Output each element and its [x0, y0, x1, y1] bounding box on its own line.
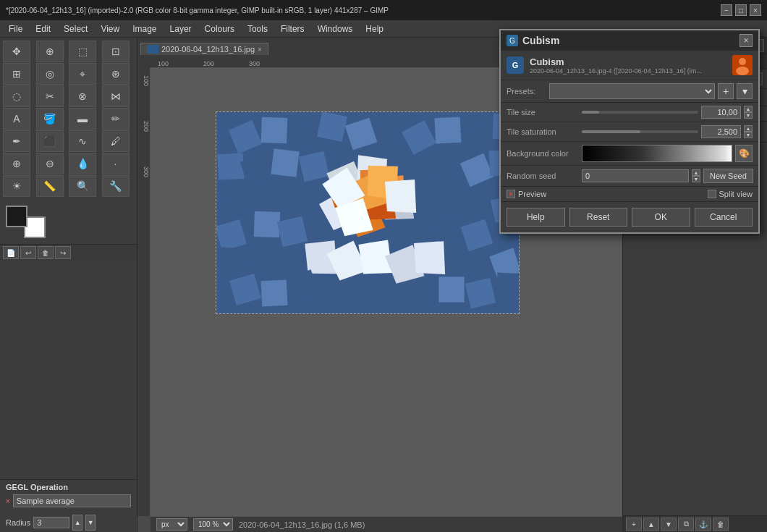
delete-layer-btn[interactable]: 🗑 [713, 518, 729, 531]
tile-sat-down-btn[interactable]: ▼ [744, 132, 753, 138]
new-seed-button[interactable]: New Seed [703, 169, 753, 183]
menu-tools[interactable]: Tools [242, 22, 274, 35]
tool-measure[interactable]: 📏 [36, 175, 64, 197]
zoom-select[interactable]: 100 % 50 % 200 % [193, 518, 233, 531]
radius-up-btn[interactable]: ▲ [72, 515, 82, 531]
tile-sat-slider-track[interactable] [582, 130, 698, 133]
menu-colours[interactable]: Colours [199, 22, 240, 35]
maximize-btn[interactable]: □ [735, 4, 747, 16]
close-btn[interactable]: × [750, 4, 761, 16]
split-view-checkbox[interactable] [708, 190, 716, 198]
preview-checkbox[interactable]: × [507, 190, 515, 198]
tile-sat-spin: ▲ ▼ [744, 125, 753, 138]
vertical-ruler: 100 200 300 [137, 68, 151, 516]
fg-color-box[interactable] [6, 206, 27, 227]
tab-image-preview [147, 45, 158, 54]
dialog-close-btn[interactable]: × [740, 34, 753, 47]
anchor-layer-btn[interactable]: ⚓ [695, 518, 711, 531]
menu-select[interactable]: Select [58, 22, 93, 35]
preview-checkbox-row[interactable]: × Preview [507, 190, 546, 198]
tool-ink[interactable]: 🖊 [102, 130, 130, 152]
menu-filters[interactable]: Filters [275, 22, 310, 35]
radius-label: Radius [6, 518, 30, 527]
tile-size-row: Tile size ▲ ▼ [501, 103, 758, 122]
tool-paintbrush[interactable]: ✒ [3, 130, 30, 152]
tool-scissors[interactable]: ✂ [36, 85, 64, 107]
menu-view[interactable]: View [95, 22, 125, 35]
canvas-tab-main[interactable]: 2020-06-04_12h13_16.jpg × [140, 43, 268, 55]
reset-button[interactable]: Reset [569, 208, 628, 227]
menu-image[interactable]: Image [127, 22, 162, 35]
tool-pencil[interactable]: ✏ [102, 108, 130, 130]
bg-color-row: Background color 🎨 [501, 142, 758, 166]
gegl-title: GEGL Operation [6, 483, 131, 491]
seed-up-btn[interactable]: ▲ [692, 169, 700, 176]
tool-undo[interactable]: ↩ [20, 246, 36, 259]
minimize-btn[interactable]: − [721, 4, 732, 16]
tile-size-slider-track[interactable] [582, 111, 698, 114]
menu-layer[interactable]: Layer [164, 22, 198, 35]
menu-windows[interactable]: Windows [312, 22, 359, 35]
tool-select-by-color[interactable]: ◌ [3, 85, 30, 107]
tool-new-image[interactable]: 📄 [3, 246, 19, 259]
presets-select[interactable] [549, 83, 715, 99]
tool-align[interactable]: ⊕ [36, 41, 64, 62]
tool-airbrush[interactable]: ∿ [69, 130, 96, 152]
tool-rect-select[interactable]: ⊞ [3, 63, 30, 85]
radius-input[interactable] [33, 517, 69, 528]
gegl-close-icon[interactable]: × [6, 497, 10, 505]
tool-heal[interactable]: ⊕ [3, 153, 30, 174]
duplicate-layer-btn[interactable]: ⧉ [678, 518, 694, 531]
svg-marker-2 [258, 114, 291, 147]
tool-free-select[interactable]: ⌖ [69, 63, 96, 85]
tile-size-up-btn[interactable]: ▲ [744, 106, 753, 112]
unit-select[interactable]: px mm [156, 518, 187, 531]
split-view-row[interactable]: Split view [708, 190, 753, 198]
lower-layer-btn[interactable]: ▼ [661, 518, 677, 531]
seed-row: Random seed ▲ ▼ New Seed [501, 166, 758, 187]
tool-transform[interactable]: ⊡ [102, 41, 130, 62]
tool-clone[interactable]: ⊖ [36, 153, 64, 174]
tool-dodge-burn[interactable]: ☀ [3, 175, 30, 197]
gegl-operation-input[interactable] [13, 494, 131, 507]
tool-blur-sharpen[interactable]: 💧 [69, 153, 96, 174]
tool-smudge[interactable]: ∙ [102, 153, 130, 174]
tool-text[interactable]: A [3, 108, 30, 130]
bg-color-preview[interactable] [582, 145, 732, 162]
tool-eraser[interactable]: ⬛ [36, 130, 64, 152]
new-layer-btn[interactable]: + [626, 518, 642, 531]
tool-color-picker[interactable]: 🔍 [69, 175, 96, 197]
fg-bg-colors[interactable] [6, 206, 46, 238]
tab-close-icon[interactable]: × [258, 46, 262, 54]
seed-down-btn[interactable]: ▼ [692, 176, 700, 182]
presets-menu-btn[interactable]: ▾ [737, 83, 753, 99]
tool-foreground-select[interactable]: ⊗ [69, 85, 96, 107]
menu-edit[interactable]: Edit [30, 22, 56, 35]
tool-paths[interactable]: ⋈ [102, 85, 130, 107]
tool-redo[interactable]: ↪ [55, 246, 71, 259]
help-button[interactable]: Help [507, 208, 565, 227]
tool-zoom[interactable]: 🔧 [102, 175, 130, 197]
menu-file[interactable]: File [3, 22, 28, 35]
tool-gradient[interactable]: ▬ [69, 108, 96, 130]
tool-crop[interactable]: ⬚ [69, 41, 96, 62]
preview-check-icon: × [509, 190, 513, 198]
tile-size-down-btn[interactable]: ▼ [744, 112, 753, 119]
cancel-button[interactable]: Cancel [695, 208, 753, 227]
tool-move[interactable]: ✥ [3, 41, 30, 62]
ok-button[interactable]: OK [632, 208, 690, 227]
tool-fuzzy-select[interactable]: ⊛ [102, 63, 130, 85]
bg-color-picker-btn[interactable]: 🎨 [735, 145, 753, 162]
radius-down-btn[interactable]: ▼ [85, 515, 96, 531]
tile-sat-input[interactable] [701, 125, 741, 138]
tile-sat-up-btn[interactable]: ▲ [744, 125, 753, 132]
title-bar: *[2020-06-04_12h13_16] (imported)-2.0 (R… [0, 0, 767, 20]
presets-add-btn[interactable]: + [718, 83, 734, 99]
menu-help[interactable]: Help [360, 22, 389, 35]
tool-paint-bucket[interactable]: 🪣 [36, 108, 64, 130]
tool-ellipse-select[interactable]: ◎ [36, 63, 64, 85]
tile-size-input[interactable] [701, 106, 741, 119]
seed-input[interactable] [582, 169, 689, 182]
tool-delete[interactable]: 🗑 [38, 246, 54, 259]
raise-layer-btn[interactable]: ▲ [643, 518, 659, 531]
